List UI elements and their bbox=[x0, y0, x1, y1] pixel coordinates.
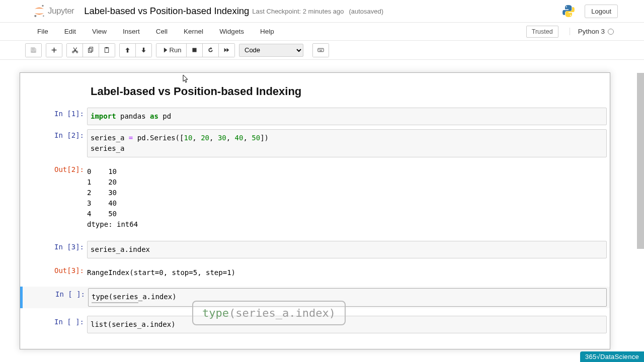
notebook-scroll-area[interactable]: Label-based vs Position-based Indexing I… bbox=[0, 60, 644, 357]
logout-button[interactable]: Logout bbox=[585, 5, 618, 18]
arrow-up-icon bbox=[124, 47, 131, 53]
menu-insert[interactable]: Insert bbox=[115, 24, 148, 39]
menu-edit[interactable]: Edit bbox=[56, 24, 84, 39]
copy-button[interactable] bbox=[83, 44, 99, 57]
svg-rect-8 bbox=[106, 47, 108, 48]
svg-rect-15 bbox=[319, 50, 322, 51]
arrow-down-icon bbox=[140, 47, 147, 53]
scrollbar-thumb[interactable] bbox=[637, 73, 644, 249]
code-input[interactable]: series_a.index bbox=[87, 241, 607, 258]
code-cell-1[interactable]: In [1]: import pandas as pd bbox=[20, 106, 610, 127]
input-prompt: In [1]: bbox=[22, 108, 87, 125]
cut-button[interactable] bbox=[67, 44, 83, 57]
command-palette-button[interactable] bbox=[313, 44, 329, 57]
keyboard-icon bbox=[317, 47, 324, 53]
stop-icon bbox=[191, 47, 198, 53]
add-cell-button[interactable] bbox=[46, 44, 62, 57]
svg-point-3 bbox=[566, 6, 567, 7]
code-cell-3[interactable]: In [3]: series_a.index bbox=[20, 239, 610, 260]
kernel-name: Python 3 bbox=[578, 28, 605, 35]
input-prompt: In [ ]: bbox=[23, 288, 88, 307]
python-logo-icon bbox=[561, 4, 576, 18]
menu-kernel[interactable]: Kernel bbox=[176, 24, 211, 39]
input-prompt: In [ ]: bbox=[22, 316, 87, 333]
copy-icon bbox=[88, 47, 94, 53]
checkpoint-text: Last Checkpoint: 2 minutes ago bbox=[252, 8, 344, 15]
page-title: Label-based vs Position-based Indexing bbox=[91, 85, 610, 98]
svg-rect-14 bbox=[322, 49, 323, 50]
run-button[interactable]: Run bbox=[156, 44, 187, 57]
menu-widgets[interactable]: Widgets bbox=[211, 24, 252, 39]
jupyter-logo-text: Jupyter bbox=[48, 6, 74, 16]
output-prompt: Out[2]: bbox=[22, 163, 87, 230]
kernel-status-icon bbox=[608, 29, 614, 35]
move-down-button[interactable] bbox=[136, 44, 151, 57]
svg-rect-9 bbox=[192, 48, 196, 52]
svg-rect-12 bbox=[319, 49, 320, 50]
output-text: RangeIndex(start=0, stop=5, step=1) bbox=[87, 264, 607, 278]
header-bar: Jupyter Label-based vs Position-based In… bbox=[0, 0, 644, 23]
output-cell-3: Out[3]: RangeIndex(start=0, stop=5, step… bbox=[20, 263, 610, 280]
menu-help[interactable]: Help bbox=[252, 24, 282, 39]
code-cell-5[interactable]: In [ ]: list(series_a.index) bbox=[20, 314, 610, 335]
menu-bar: File Edit View Insert Cell Kernel Widget… bbox=[0, 23, 644, 41]
code-input[interactable]: list(series_a.index) bbox=[87, 316, 607, 333]
input-prompt: In [2]: bbox=[22, 129, 87, 157]
autosaved-text: (autosaved) bbox=[349, 8, 383, 15]
restart-button[interactable] bbox=[203, 44, 219, 57]
svg-rect-5 bbox=[89, 48, 92, 52]
markdown-heading-cell[interactable]: Label-based vs Position-based Indexing bbox=[20, 80, 610, 105]
svg-point-0 bbox=[42, 5, 43, 7]
trusted-badge[interactable]: Trusted bbox=[526, 26, 558, 38]
code-input[interactable]: import pandas as pd bbox=[87, 108, 607, 125]
interrupt-button[interactable] bbox=[187, 44, 203, 57]
move-up-button[interactable] bbox=[120, 44, 136, 57]
code-cell-4-selected[interactable]: In [ ]: type(series_a.index) bbox=[20, 287, 610, 308]
code-input[interactable]: type(series_a.index) bbox=[88, 288, 607, 307]
restart-icon bbox=[207, 47, 214, 53]
output-cell-2: Out[2]: 0 10 1 20 2 30 3 40 4 50 dtype: … bbox=[20, 162, 610, 231]
toolbar: Run Code bbox=[0, 41, 644, 60]
svg-rect-10 bbox=[318, 48, 324, 52]
run-icon bbox=[162, 47, 168, 53]
run-label: Run bbox=[170, 46, 182, 54]
menu-cell[interactable]: Cell bbox=[148, 24, 176, 39]
svg-point-4 bbox=[570, 15, 571, 16]
input-prompt: In [3]: bbox=[22, 241, 87, 258]
restart-run-all-button[interactable] bbox=[219, 44, 234, 57]
paste-button[interactable] bbox=[99, 44, 115, 57]
notebook-title[interactable]: Label-based vs Position-based Indexing bbox=[84, 6, 249, 17]
kernel-indicator[interactable]: Python 3 bbox=[570, 28, 614, 35]
output-prompt: Out[3]: bbox=[22, 264, 87, 278]
scissors-icon bbox=[71, 47, 78, 53]
menu-view[interactable]: View bbox=[84, 24, 115, 39]
svg-point-2 bbox=[43, 16, 44, 17]
fast-forward-icon bbox=[223, 47, 230, 53]
jupyter-logo[interactable]: Jupyter bbox=[29, 3, 77, 19]
svg-rect-11 bbox=[318, 49, 319, 50]
menu-file[interactable]: File bbox=[29, 24, 56, 39]
save-icon bbox=[30, 47, 37, 53]
output-text: 0 10 1 20 2 30 3 40 4 50 dtype: int64 bbox=[87, 163, 607, 230]
svg-point-1 bbox=[34, 15, 36, 17]
paste-icon bbox=[104, 47, 110, 53]
save-button[interactable] bbox=[26, 44, 41, 57]
jupyter-logo-icon bbox=[32, 4, 46, 18]
svg-rect-13 bbox=[321, 49, 321, 50]
watermark-badge: 365√DataScience bbox=[580, 351, 644, 357]
plus-icon bbox=[51, 47, 57, 53]
svg-rect-6 bbox=[90, 47, 93, 51]
notebook-container: Label-based vs Position-based Indexing I… bbox=[20, 72, 610, 349]
code-input[interactable]: series_a = pd.Series([10, 20, 30, 40, 50… bbox=[87, 129, 607, 157]
code-cell-2[interactable]: In [2]: series_a = pd.Series([10, 20, 30… bbox=[20, 128, 610, 159]
cell-type-select[interactable]: Code bbox=[239, 44, 303, 57]
